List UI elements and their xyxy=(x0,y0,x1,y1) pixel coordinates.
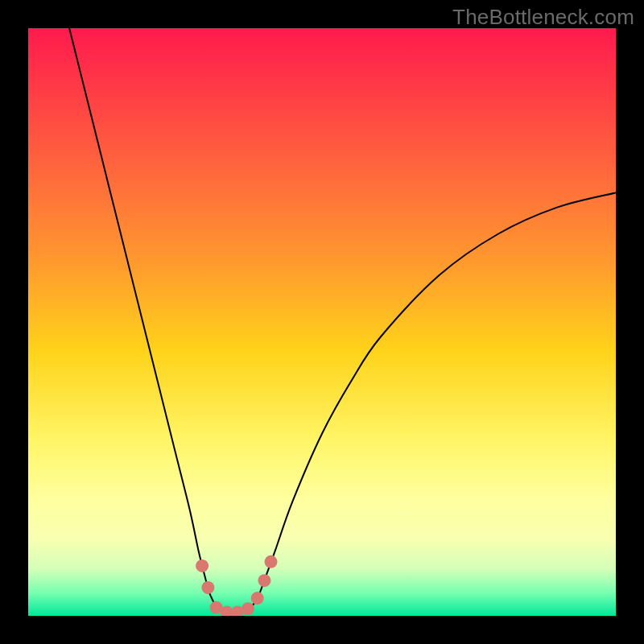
bottleneck-chart xyxy=(28,28,616,616)
plot-area xyxy=(28,28,616,616)
trough-marker xyxy=(242,602,254,615)
chart-frame: TheBottleneck.com xyxy=(0,0,644,644)
trough-marker xyxy=(201,581,214,594)
trough-marker xyxy=(196,559,208,572)
trough-marker xyxy=(264,555,277,568)
trough-marker xyxy=(251,592,264,605)
watermark-text: TheBottleneck.com xyxy=(452,5,634,30)
trough-marker xyxy=(258,574,270,587)
gradient-background xyxy=(28,28,616,616)
